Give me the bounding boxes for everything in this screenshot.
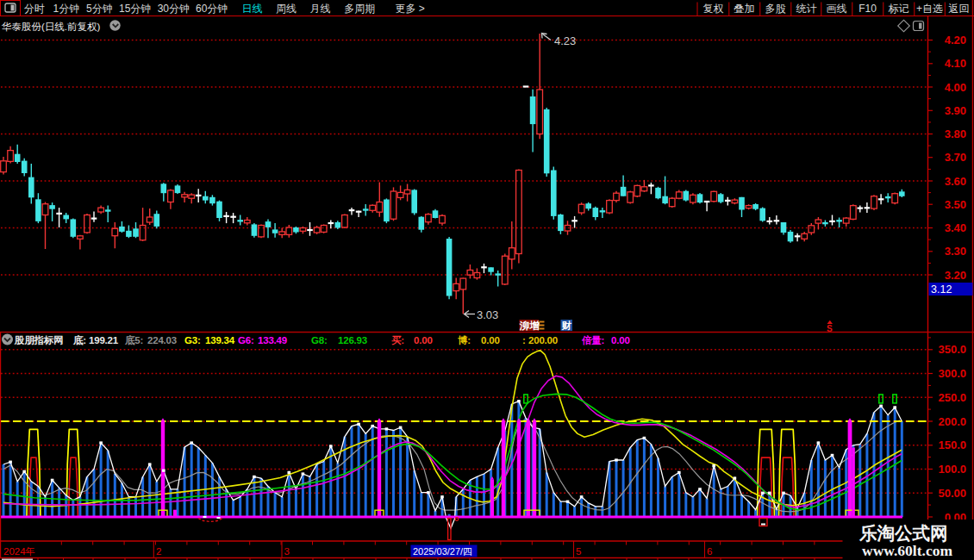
svg-text:5: 5 bbox=[576, 546, 581, 557]
svg-text:0.00: 0.00 bbox=[481, 335, 500, 345]
svg-text:3.60: 3.60 bbox=[945, 175, 966, 188]
svg-text:日线: 日线 bbox=[241, 3, 262, 15]
svg-text:2: 2 bbox=[156, 546, 161, 557]
svg-text:250.0: 250.0 bbox=[938, 391, 966, 404]
svg-text:多股: 多股 bbox=[765, 3, 786, 15]
svg-text:股朋指标网: 股朋指标网 bbox=[14, 335, 64, 345]
svg-text:4.20: 4.20 bbox=[945, 34, 966, 47]
svg-text:标记: 标记 bbox=[889, 3, 909, 15]
svg-text:0.00: 0.00 bbox=[414, 335, 433, 345]
svg-text:3.40: 3.40 bbox=[945, 221, 966, 234]
svg-text:多周期: 多周期 bbox=[344, 3, 375, 15]
svg-text:15分钟: 15分钟 bbox=[119, 3, 151, 15]
svg-text:更多 >: 更多 > bbox=[396, 3, 425, 15]
svg-text::: : bbox=[522, 335, 526, 345]
svg-text:4.10: 4.10 bbox=[945, 57, 966, 70]
svg-text:3.30: 3.30 bbox=[945, 245, 966, 258]
svg-text:1分钟: 1分钟 bbox=[53, 3, 80, 15]
svg-text:3.70: 3.70 bbox=[945, 151, 966, 164]
svg-text:150.0: 150.0 bbox=[938, 439, 966, 451]
svg-text:G6:: G6: bbox=[238, 335, 254, 345]
svg-text:月线: 月线 bbox=[310, 3, 331, 15]
svg-text:www.60lt.com: www.60lt.com bbox=[862, 542, 952, 559]
svg-text:0.00: 0.00 bbox=[611, 335, 630, 345]
svg-text:G3:: G3: bbox=[184, 335, 201, 345]
svg-text:126.93: 126.93 bbox=[338, 335, 367, 345]
svg-text:G8:: G8: bbox=[311, 335, 328, 345]
svg-text:+自选: +自选 bbox=[916, 3, 943, 15]
svg-text:350.0: 350.0 bbox=[938, 343, 966, 356]
svg-text:3.80: 3.80 bbox=[945, 128, 966, 140]
svg-text:财: 财 bbox=[561, 320, 572, 331]
svg-text:倍量:: 倍量: bbox=[581, 335, 604, 345]
svg-text:3.12: 3.12 bbox=[931, 283, 952, 296]
svg-text:3.90: 3.90 bbox=[945, 104, 966, 117]
svg-text:乐淘公式网: 乐淘公式网 bbox=[858, 524, 948, 543]
svg-text:224.03: 224.03 bbox=[147, 335, 177, 345]
svg-text:买:: 买: bbox=[391, 335, 404, 345]
svg-text:华泰股份(日线.前复权): 华泰股份(日线.前复权) bbox=[1, 22, 101, 32]
svg-text:返回: 返回 bbox=[949, 3, 970, 15]
svg-text:2024年: 2024年 bbox=[3, 546, 35, 557]
svg-text:周线: 周线 bbox=[276, 3, 297, 15]
svg-text:200.0: 200.0 bbox=[938, 415, 966, 428]
svg-text:133.49: 133.49 bbox=[258, 335, 287, 345]
svg-text:分时: 分时 bbox=[24, 3, 45, 15]
svg-text:2025/03/27/四: 2025/03/27/四 bbox=[413, 546, 472, 557]
svg-text:3.20: 3.20 bbox=[945, 269, 966, 282]
svg-text:统计: 统计 bbox=[796, 3, 817, 15]
svg-text:复权: 复权 bbox=[703, 3, 724, 15]
svg-text:画线: 画线 bbox=[827, 3, 847, 15]
svg-text:底:: 底: bbox=[72, 334, 86, 345]
svg-text:叠加: 叠加 bbox=[734, 3, 755, 15]
svg-text:3: 3 bbox=[284, 546, 290, 557]
svg-text:4.00: 4.00 bbox=[945, 81, 966, 94]
svg-text:300.0: 300.0 bbox=[938, 367, 966, 380]
svg-text:139.34: 139.34 bbox=[205, 335, 235, 345]
svg-text:博:: 博: bbox=[458, 335, 471, 345]
svg-text:底5:: 底5: bbox=[124, 334, 143, 345]
svg-text:100.0: 100.0 bbox=[938, 463, 966, 476]
svg-text:60分钟: 60分钟 bbox=[196, 3, 228, 15]
svg-text:4.23: 4.23 bbox=[554, 34, 576, 47]
svg-text:泖增: 泖增 bbox=[519, 320, 540, 331]
svg-text:200.00: 200.00 bbox=[528, 335, 558, 345]
svg-text:199.21: 199.21 bbox=[89, 335, 119, 345]
svg-text:5分钟: 5分钟 bbox=[86, 3, 113, 15]
svg-text:30分钟: 30分钟 bbox=[158, 3, 190, 15]
svg-text:6: 6 bbox=[707, 546, 712, 557]
svg-text:50.00: 50.00 bbox=[938, 487, 966, 500]
svg-text:F10: F10 bbox=[858, 3, 877, 15]
svg-text:3.03: 3.03 bbox=[477, 308, 498, 321]
svg-text:3.50: 3.50 bbox=[945, 198, 966, 211]
